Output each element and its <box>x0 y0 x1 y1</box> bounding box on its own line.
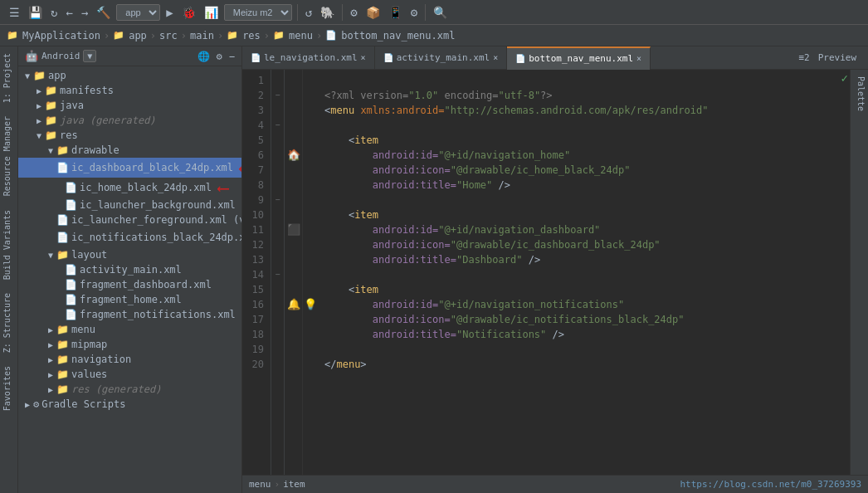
tree-node-menu[interactable]: ▶ 📁 menu <box>18 322 241 337</box>
tree-arrow-menu: ▶ <box>45 325 56 334</box>
lightbulb-icon[interactable]: 💡 <box>303 297 318 312</box>
main-layout: 1: Project Resource Manager Build Varian… <box>0 46 868 493</box>
tree-node-fragment-notifications[interactable]: 📄 fragment_notifications.xml <box>18 307 241 322</box>
tree-node-activity-main[interactable]: 📄 activity_main.xml <box>18 262 241 277</box>
tree-node-ic-dashboard[interactable]: 📄 ic_dashboard_black_24dp.xml ⟵ <box>18 158 241 178</box>
sidebar-item-favorites[interactable]: Favorites <box>0 359 17 417</box>
tree-node-app[interactable]: ▼ 📁 app <box>18 68 241 83</box>
tree-node-drawable[interactable]: ▼ 📁 drawable <box>18 143 241 158</box>
tab-close-1[interactable]: × <box>361 53 366 62</box>
tab-xml-icon-2: 📄 <box>383 53 393 62</box>
fold-4[interactable]: − <box>271 118 284 133</box>
hammer-icon[interactable]: 🔨 <box>94 4 113 21</box>
fold-1[interactable] <box>271 73 284 88</box>
folder-icon-drawable: 📁 <box>56 144 69 156</box>
tree-node-navigation[interactable]: ▶ 📁 navigation <box>18 352 241 367</box>
tree-arrow-navigation: ▶ <box>45 355 56 364</box>
folder-icon-navigation: 📁 <box>56 354 69 365</box>
run-icon[interactable]: ▶ <box>163 4 175 21</box>
status-url[interactable]: https://blog.csdn.net/m0_37269393 <box>680 479 861 490</box>
tree-label-fragment-dashboard: fragment_dashboard.xml <box>80 279 212 290</box>
fold-14[interactable]: − <box>271 267 284 282</box>
file-icon-fragment-home: 📄 <box>65 294 77 305</box>
tab-more-icon[interactable]: ≡2 <box>798 52 809 63</box>
gradle-icon[interactable]: 🐘 <box>318 4 337 21</box>
breadcrumb-res-icon: 📁 <box>227 30 238 41</box>
android-dropdown[interactable]: ▼ <box>83 50 96 62</box>
terminal-icon[interactable]: ⚙ <box>348 4 359 21</box>
tree-node-ic-home[interactable]: 📄 ic_home_black_24dp.xml ⟵ <box>18 178 241 198</box>
tab-close-2[interactable]: × <box>493 53 498 62</box>
tree-node-manifests[interactable]: ▶ 📁 manifests <box>18 83 241 98</box>
search-icon[interactable]: 🔍 <box>431 4 450 21</box>
bell-gutter-icon: 🔔 <box>285 297 302 312</box>
forward-icon[interactable]: → <box>79 4 90 21</box>
device-dropdown[interactable]: Meizu m2 <box>224 4 292 21</box>
tree-node-gradle[interactable]: ▶ ⚙ Gradle Scripts <box>18 397 241 412</box>
breadcrumb-app[interactable]: app <box>129 30 147 41</box>
tab-bottom-nav-menu[interactable]: 📄 bottom_nav_menu.xml × <box>507 46 651 70</box>
breadcrumb-src[interactable]: src <box>159 30 178 41</box>
breadcrumb-main[interactable]: main <box>190 30 214 41</box>
profile-icon[interactable]: 📊 <box>202 4 221 21</box>
app-dropdown[interactable]: app <box>116 4 160 21</box>
side-tabs-left: 1: Project Resource Manager Build Varian… <box>0 46 18 493</box>
save-icon[interactable]: 💾 <box>26 4 45 21</box>
sdk-icon[interactable]: 📦 <box>363 4 383 21</box>
tab-label-le-navigation: le_navigation.xml <box>264 52 358 63</box>
code-editor[interactable]: <?xml version="1.0" encoding="utf-8"?> <… <box>318 70 850 475</box>
sidebar-item-resource-manager[interactable]: Resource Manager <box>0 110 17 203</box>
tree-node-java-gen[interactable]: ▶ 📁 java (generated) <box>18 113 241 128</box>
tree-node-mipmap[interactable]: ▶ 📁 mipmap <box>18 337 241 352</box>
tree-arrow-drawable: ▼ <box>45 146 56 155</box>
tree-node-fragment-home[interactable]: 📄 fragment_home.xml <box>18 292 241 307</box>
tree-node-values[interactable]: ▶ 📁 values <box>18 367 241 382</box>
minus-icon[interactable]: − <box>229 51 235 62</box>
file-tree: 🤖 Android ▼ 🌐 ⚙ − ▼ 📁 app ▶ 📁 manifests <box>18 46 242 493</box>
editor-area: ✓ 1 2 3 4 5 6 7 8 9 10 11 <box>242 70 868 475</box>
breadcrumb-menu[interactable]: menu <box>289 30 313 41</box>
breadcrumb-res[interactable]: res <box>242 30 261 41</box>
tree-node-res[interactable]: ▼ 📁 res <box>18 128 241 143</box>
sync-icon[interactable]: ↻ <box>48 4 60 21</box>
tree-node-ic-notifications[interactable]: 📄 ic_notifications_black_24dp.xml ⟵ <box>18 227 241 247</box>
tree-arrow-gradle: ▶ <box>22 400 33 409</box>
tab-activity-main[interactable]: 📄 activity_main.xml × <box>375 46 508 70</box>
tree-node-ic-launcher-bg[interactable]: 📄 ic_launcher_background.xml <box>18 198 241 212</box>
tree-node-java[interactable]: ▶ 📁 java <box>18 98 241 113</box>
tree-arrow-app: ▼ <box>22 71 33 81</box>
settings-icon[interactable]: ⚙ <box>408 4 420 21</box>
avd-icon[interactable]: 📱 <box>386 4 405 21</box>
fold-2[interactable]: − <box>271 88 284 103</box>
status-bar: menu › item https://blog.csdn.net/m0_372… <box>242 475 868 493</box>
sync2-icon[interactable]: ↺ <box>303 4 315 21</box>
menu-icon[interactable]: ☰ <box>7 4 22 21</box>
folder-icon-java: 📁 <box>45 100 57 111</box>
sidebar-item-structure[interactable]: Z: Structure <box>0 286 17 359</box>
tree-label-gradle: Gradle Scripts <box>41 398 125 410</box>
globe-icon[interactable]: 🌐 <box>197 51 210 62</box>
tree-node-res-gen[interactable]: ▶ 📁 res (generated) <box>18 382 241 397</box>
debug-icon[interactable]: 🐞 <box>179 4 198 21</box>
line-numbers: 1 2 3 4 5 6 7 8 9 10 11 12 13 14 <box>242 70 271 475</box>
sidebar-item-project[interactable]: 1: Project <box>0 46 17 110</box>
gear-icon[interactable]: ⚙ <box>217 51 222 62</box>
file-icon-ic-dashboard: 📄 <box>56 162 69 173</box>
fold-9[interactable]: − <box>271 193 284 207</box>
sidebar-item-build-variants[interactable]: Build Variants <box>0 203 17 286</box>
editor-content: 1 2 3 4 5 6 7 8 9 10 11 12 13 14 <box>242 70 850 475</box>
tree-node-fragment-dashboard[interactable]: 📄 fragment_dashboard.xml <box>18 277 241 292</box>
gradle-file-icon: ⚙ <box>33 398 39 410</box>
palette-tab[interactable]: Palette <box>851 70 868 118</box>
tree-node-ic-launcher-fg[interactable]: 📄 ic_launcher_foreground.xml (v24) <box>18 212 241 227</box>
breadcrumb-file[interactable]: bottom_nav_menu.xml <box>341 30 455 41</box>
file-icon-ic-launcher-fg: 📄 <box>56 214 69 226</box>
tree-node-layout[interactable]: ▼ 📁 layout <box>18 247 241 262</box>
tree-label-menu: menu <box>71 324 95 335</box>
tab-le-navigation[interactable]: 📄 le_navigation.xml × <box>242 46 375 70</box>
preview-button[interactable]: Preview <box>813 51 861 65</box>
tab-close-3[interactable]: × <box>636 54 641 63</box>
folder-icon-app: 📁 <box>33 70 46 81</box>
breadcrumb-myapp[interactable]: MyApplication <box>22 30 100 41</box>
back-icon[interactable]: ← <box>63 4 75 21</box>
